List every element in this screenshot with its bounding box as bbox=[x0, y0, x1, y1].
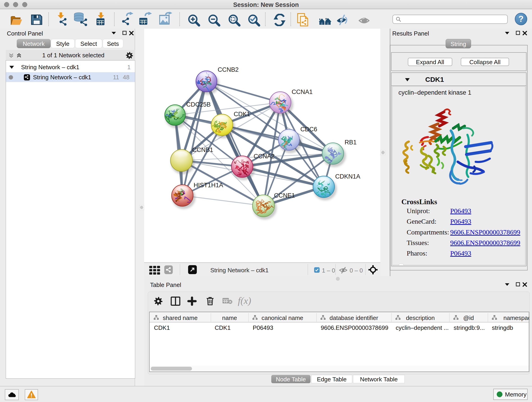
svg-text:CDKN1A: CDKN1A bbox=[335, 173, 360, 180]
svg-text:HIST1H1A: HIST1H1A bbox=[194, 182, 223, 189]
svg-text:CDK1: CDK1 bbox=[234, 111, 250, 118]
svg-text:CDC25B: CDC25B bbox=[186, 101, 211, 108]
svg-text:CCNE1: CCNE1 bbox=[274, 192, 295, 199]
svg-text:CDC6: CDC6 bbox=[300, 126, 317, 133]
svg-text:CCNB1: CCNB1 bbox=[192, 147, 213, 153]
svg-text:CCNA1: CCNA1 bbox=[292, 89, 313, 95]
svg-text:RB1: RB1 bbox=[345, 139, 357, 146]
svg-text:CCNB2: CCNB2 bbox=[218, 66, 239, 73]
svg-text:CCNA2: CCNA2 bbox=[254, 153, 275, 160]
